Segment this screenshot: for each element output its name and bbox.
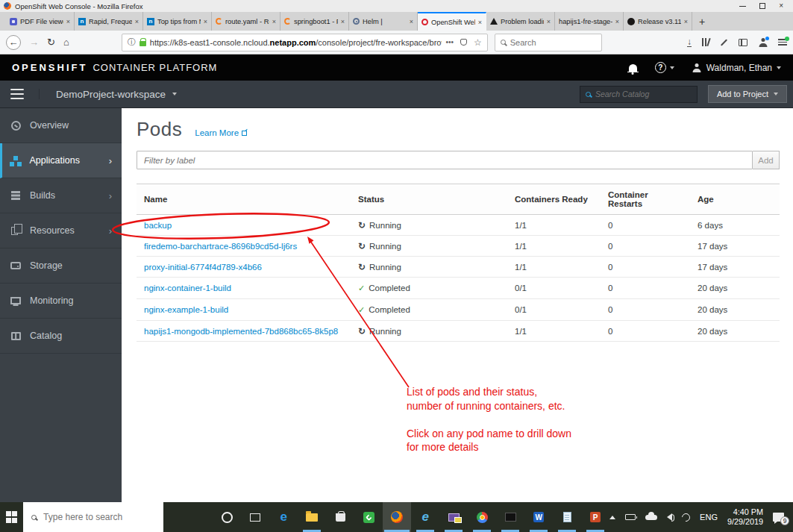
- close-icon[interactable]: ×: [779, 2, 783, 10]
- sidebar-toggle-icon[interactable]: [739, 39, 747, 46]
- sidebar-item-label: Monitoring: [30, 295, 73, 306]
- catalog-search-box[interactable]: [580, 86, 698, 103]
- bookmark-star-icon[interactable]: ☆: [474, 37, 482, 48]
- tab-release-v311[interactable]: Release v3.11.0 ×: [624, 12, 692, 31]
- firefox-button[interactable]: [383, 502, 411, 532]
- completed-check-icon: ✓: [358, 284, 365, 293]
- network-icon[interactable]: [680, 511, 692, 522]
- pod-name-link[interactable]: proxy-initial-6774f4d789-x4b66: [144, 263, 262, 272]
- tab-helm[interactable]: Helm | ×: [349, 12, 418, 31]
- battery-icon[interactable]: [625, 514, 636, 520]
- add-to-project-button[interactable]: Add to Project: [708, 85, 787, 103]
- close-tab-icon[interactable]: ×: [684, 18, 688, 25]
- restore-icon[interactable]: [759, 3, 765, 9]
- containers-ready-value: 1/1: [507, 257, 601, 278]
- close-tab-icon[interactable]: ×: [410, 18, 413, 25]
- status-text: Running: [369, 327, 401, 336]
- site-info-icon[interactable]: ⓘ: [128, 37, 136, 48]
- close-tab-icon[interactable]: ×: [547, 18, 551, 25]
- sidebar-item-monitoring[interactable]: Monitoring: [0, 284, 122, 319]
- tab-rapid-frequent[interactable]: n Rapid, Frequen ×: [75, 12, 143, 31]
- tab-openshift-web-console[interactable]: OpenShift Web ×: [418, 12, 486, 31]
- sidebar-item-overview[interactable]: Overview: [0, 108, 122, 143]
- close-tab-icon[interactable]: ×: [615, 18, 619, 25]
- catalog-search-input[interactable]: [595, 90, 677, 98]
- home-button[interactable]: ⌂: [63, 37, 69, 48]
- tab-top-tips[interactable]: n Top tips from N ×: [143, 12, 212, 31]
- cortana-button[interactable]: [213, 502, 241, 532]
- nav-hamburger-icon[interactable]: [10, 89, 40, 99]
- chrome-button[interactable]: [468, 502, 496, 532]
- sidebar-item-storage[interactable]: Storage: [0, 248, 122, 284]
- notifications-bell-icon[interactable]: [629, 64, 637, 72]
- account-icon[interactable]: [758, 38, 768, 47]
- remote-desktop-button[interactable]: [439, 502, 468, 532]
- minimize-icon[interactable]: [739, 6, 746, 7]
- sidebar-item-catalog[interactable]: Catalog: [0, 319, 122, 354]
- pod-name-link[interactable]: nginx-example-1-build: [144, 305, 228, 314]
- search-icon: [31, 515, 37, 520]
- close-tab-icon[interactable]: ×: [66, 18, 70, 25]
- tab-pdf-file-viewer[interactable]: PDF File viewer ×: [6, 12, 75, 31]
- github-icon: [627, 18, 635, 25]
- close-tab-icon[interactable]: ×: [135, 18, 139, 25]
- start-button[interactable]: [0, 502, 23, 532]
- command-prompt-button[interactable]: [496, 502, 524, 532]
- tray-expand-icon[interactable]: [609, 516, 615, 519]
- pod-name-link[interactable]: firedemo-barchartrace-8696b9cd5d-lj6rs: [144, 242, 297, 251]
- tab-problem-loading[interactable]: Problem loadin ×: [486, 12, 555, 31]
- pod-name-link[interactable]: nginx-container-1-build: [144, 284, 231, 292]
- edge-button[interactable]: e: [269, 502, 298, 532]
- action-center-icon[interactable]: 9: [773, 513, 784, 522]
- library-icon[interactable]: [702, 38, 709, 46]
- filter-by-label-input[interactable]: [137, 151, 753, 169]
- learn-more-link[interactable]: Learn More: [195, 128, 247, 137]
- back-button[interactable]: ←: [6, 35, 21, 50]
- volume-icon[interactable]: [667, 513, 672, 521]
- page-actions-icon[interactable]: •••: [445, 38, 454, 46]
- remote-desktop-icon: [448, 513, 460, 522]
- edit-toolbar-icon[interactable]: [721, 39, 727, 46]
- tab-hapijs1-fre-stage[interactable]: hapijs1-fre-stage-1 ×: [555, 12, 624, 31]
- language-indicator[interactable]: ENG: [700, 513, 718, 522]
- url-bar[interactable]: ⓘ https://k8s-east1-console.ncloud.netap…: [122, 34, 488, 51]
- user-menu[interactable]: Waldman, Ethan: [692, 63, 781, 73]
- project-selector[interactable]: DemoProject-workspace: [56, 89, 177, 100]
- file-explorer-button[interactable]: [298, 502, 326, 532]
- reload-button[interactable]: ↻: [47, 37, 55, 48]
- tab-route-yaml[interactable]: route.yaml - Re ×: [212, 12, 280, 31]
- close-tab-icon[interactable]: ×: [272, 18, 276, 25]
- powerpoint-button[interactable]: P: [581, 502, 609, 532]
- taskbar-search-box[interactable]: [23, 502, 163, 532]
- green-app-button[interactable]: [354, 502, 383, 532]
- close-tab-icon[interactable]: ×: [478, 19, 482, 26]
- new-tab-button[interactable]: +: [692, 12, 712, 31]
- store-button[interactable]: [326, 502, 354, 532]
- taskbar-search-input[interactable]: [43, 512, 155, 522]
- sidebar-item-applications[interactable]: Applications ›: [0, 143, 122, 178]
- menu-icon[interactable]: [778, 39, 787, 46]
- word-button[interactable]: W: [524, 502, 553, 532]
- internet-explorer-button[interactable]: e: [411, 502, 439, 532]
- add-filter-button[interactable]: Add: [753, 151, 780, 169]
- close-tab-icon[interactable]: ×: [204, 18, 207, 25]
- notepad-button[interactable]: [553, 502, 581, 532]
- browser-search-input[interactable]: [510, 38, 577, 47]
- close-tab-icon[interactable]: ×: [341, 18, 345, 25]
- downloads-icon[interactable]: ↓: [687, 38, 692, 47]
- pod-name-link[interactable]: backup: [144, 221, 172, 230]
- help-menu[interactable]: ?: [655, 62, 674, 73]
- sidebar-item-resources[interactable]: Resources ›: [0, 213, 122, 248]
- browser-search-box[interactable]: [495, 34, 602, 51]
- onedrive-icon[interactable]: [645, 515, 657, 520]
- pocket-icon[interactable]: [460, 39, 467, 46]
- openshift-brand: OPENSHIFT CONTAINER PLATFORM: [12, 62, 217, 73]
- task-view-button[interactable]: [241, 502, 269, 532]
- forward-button[interactable]: →: [29, 37, 39, 48]
- sidebar-item-builds[interactable]: Builds ›: [0, 178, 122, 213]
- pod-name-link[interactable]: hapijs1-mongodb-implemented-7bd868bc65-8…: [144, 327, 338, 336]
- tab-springboot1[interactable]: springboot1 - F ×: [280, 12, 349, 31]
- chevron-down-icon: [774, 93, 778, 96]
- clock[interactable]: 4:40 PM 9/29/2019: [727, 507, 763, 527]
- secure-lock-icon[interactable]: [140, 41, 146, 46]
